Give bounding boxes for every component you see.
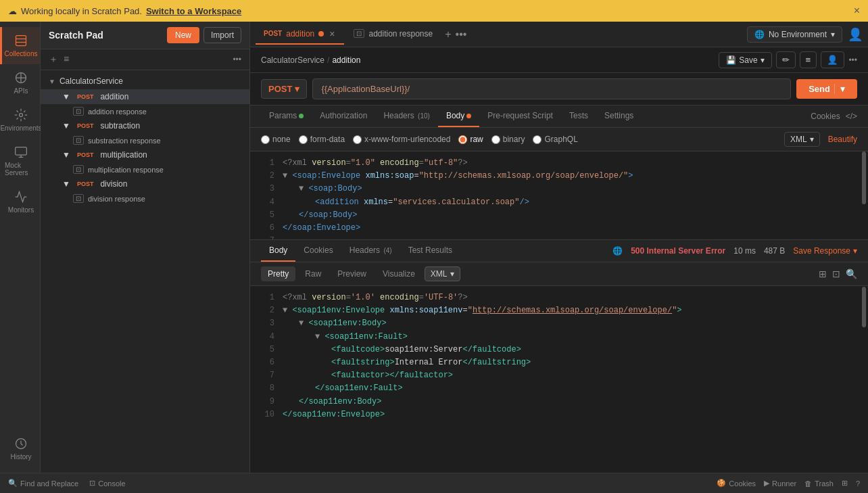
rail-apis-label: APIs [14, 87, 28, 95]
save-button[interactable]: 💾 Save ▾ [719, 52, 771, 68]
body-type-raw[interactable]: raw [458, 135, 483, 144]
format-raw[interactable]: Raw [298, 266, 328, 281]
no-env-icon: 🌐 [754, 30, 765, 39]
tab-addition[interactable]: POST addition × [256, 24, 344, 45]
xml-format-button[interactable]: XML ▾ [784, 132, 820, 147]
send-caret-icon[interactable]: ▾ [834, 84, 845, 94]
console-button[interactable]: ⊡ Console [89, 479, 125, 488]
body-type-urlencoded[interactable]: x-www-form-urlencoded [353, 135, 450, 144]
main-content: POST addition × ⊡ addition response + ••… [250, 22, 868, 473]
request-code-area[interactable]: 1 <?xml version="1.0" encoding="utf-8"?>… [250, 151, 868, 239]
breadcrumb-more-icon[interactable]: ••• [848, 55, 857, 65]
addition-response-item[interactable]: ⊡ addition response [41, 104, 249, 118]
sidebar-item-monitors[interactable]: Monitors [0, 183, 40, 220]
profile-icon[interactable]: 👤 [848, 27, 863, 42]
resp-copy-icon[interactable]: ⊡ [832, 268, 840, 279]
multiplication-response-item[interactable]: ⊡ multiplication response [41, 162, 249, 177]
tree-group-header-calculator[interactable]: ▼ CalculatorService [41, 73, 249, 89]
banner-link[interactable]: Switch to a Workspace [146, 6, 241, 16]
sidebar-more-icon[interactable]: ••• [233, 55, 241, 64]
response-time: 10 ms [733, 246, 756, 256]
resp-tab-body[interactable]: Body [261, 240, 295, 262]
tab-addition-response[interactable]: ⊡ addition response [345, 25, 441, 44]
body-type-graphql[interactable]: GraphQL [533, 135, 577, 144]
response-body[interactable]: 1 <?xml version='1.0' encoding='UTF-8'?>… [250, 286, 868, 422]
body-type-none[interactable]: none [261, 135, 291, 144]
body-type-form-data[interactable]: form-data [299, 135, 345, 144]
tab-headers[interactable]: Headers (10) [375, 105, 438, 127]
tab-tests[interactable]: Tests [561, 105, 596, 127]
resp-tab-headers[interactable]: Headers (4) [341, 240, 400, 262]
send-button[interactable]: Send ▾ [796, 79, 857, 99]
radio-form-data[interactable] [299, 135, 308, 144]
resp-tab-cookies[interactable]: Cookies [295, 240, 341, 262]
resp-tab-test-results[interactable]: Test Results [400, 240, 460, 262]
tests-label: Tests [569, 111, 588, 120]
subtraction-response-item[interactable]: ⊡ substraction response [41, 133, 249, 147]
filter-icon[interactable]: ≡ [64, 53, 69, 66]
resp-search-icon[interactable]: 🔍 [846, 268, 857, 279]
tab-params[interactable]: Params [261, 105, 312, 127]
share-icon-btn[interactable]: 👤 [821, 51, 844, 68]
layout-button[interactable]: ⊞ [842, 479, 848, 488]
sidebar-item-mock-servers[interactable]: Mock Servers [0, 139, 40, 183]
cookies-link[interactable]: Cookies [811, 112, 840, 121]
sidebar-item-environments[interactable]: Environments [0, 101, 40, 139]
sidebar-item-history[interactable]: History [0, 430, 40, 467]
runner-button[interactable]: ▶ Runner [764, 479, 796, 488]
division-response-item[interactable]: ⊡ division response [41, 191, 249, 206]
sidebar-item-collections[interactable]: Collections [0, 27, 40, 64]
method-select[interactable]: POST ▾ [261, 79, 307, 99]
new-button[interactable]: New [167, 27, 199, 43]
radio-none[interactable] [261, 135, 270, 144]
cookies-button[interactable]: 🍪 Cookies [717, 479, 756, 488]
tab-more-icon[interactable]: ••• [456, 28, 467, 41]
tabs-more-icon[interactable]: ••• [456, 28, 467, 41]
response-icon-1: ⊡ [73, 107, 84, 116]
edit-icon-btn[interactable]: ✏ [776, 51, 796, 68]
tab-method: POST [264, 30, 282, 37]
banner-close[interactable]: × [854, 5, 860, 17]
find-replace-button[interactable]: 🔍 Find and Replace [8, 479, 78, 488]
tab-addition-response-label: addition response [368, 29, 433, 39]
radio-urlencoded[interactable] [353, 135, 362, 144]
environment-selector[interactable]: 🌐 No Environment ▾ [747, 26, 842, 43]
format-visualize[interactable]: Visualize [376, 266, 422, 281]
tab-pre-request[interactable]: Pre-request Script [479, 105, 561, 127]
tab-authorization[interactable]: Authorization [312, 105, 375, 127]
format-preview[interactable]: Preview [331, 266, 373, 281]
save-response-button[interactable]: Save Response ▾ [793, 246, 857, 256]
docs-icon-btn[interactable]: ≡ [800, 51, 817, 68]
import-button[interactable]: Import [203, 27, 241, 43]
tree-item-division[interactable]: ▼ POST division [41, 177, 249, 191]
tree-item-addition[interactable]: ▼ POST addition [41, 89, 249, 104]
radio-graphql[interactable] [533, 135, 541, 144]
add-tab-icon[interactable]: + [445, 28, 451, 41]
tree-item-multiplication[interactable]: ▼ POST multiplication [41, 147, 249, 162]
body-type-binary[interactable]: binary [491, 135, 525, 144]
resp-line-8: 8 </soap11env:Fault> [250, 382, 868, 395]
radio-raw[interactable] [458, 135, 467, 144]
help-button[interactable]: ? [856, 479, 860, 488]
tab-body[interactable]: Body [438, 105, 479, 127]
resp-xml-button[interactable]: XML ▾ [425, 266, 460, 281]
format-pretty[interactable]: Pretty [261, 266, 295, 281]
breadcrumb-service[interactable]: CalculatorService [261, 55, 324, 65]
tab-close-icon[interactable]: × [328, 28, 336, 39]
beautify-button[interactable]: Beautify [828, 135, 857, 144]
resp-filter-icon[interactable]: ⊞ [819, 268, 827, 279]
tree-item-subtraction[interactable]: ▼ POST subtraction [41, 118, 249, 133]
url-input[interactable] [312, 78, 791, 99]
subtraction-caret: ▼ [62, 121, 70, 131]
trash-button[interactable]: 🗑 Trash [804, 479, 834, 488]
subtraction-name: subtraction [100, 121, 140, 131]
help-icon: ? [856, 479, 860, 488]
radio-binary[interactable] [491, 135, 500, 144]
sidebar-item-apis[interactable]: APIs [0, 64, 40, 101]
code-view-icon[interactable]: </> [846, 112, 857, 121]
tab-add-button[interactable]: + [445, 28, 451, 41]
add-collection-icon[interactable]: ＋ [49, 53, 58, 66]
tab-settings[interactable]: Settings [596, 105, 642, 127]
breadcrumb: CalculatorService / addition [261, 55, 360, 65]
rail-mock-servers-label: Mock Servers [5, 162, 37, 177]
